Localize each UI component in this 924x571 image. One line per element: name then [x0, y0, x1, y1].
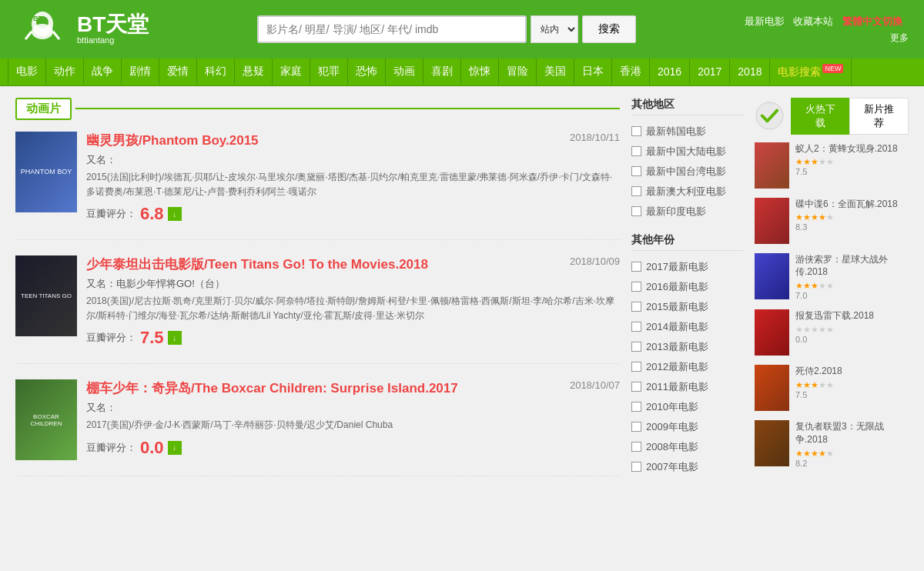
tab-new-recommend[interactable]: 新片推荐 — [849, 98, 909, 135]
sidebar-item-2008[interactable]: 2008年电影 — [631, 437, 743, 457]
sidebar-checkbox[interactable] — [631, 126, 641, 136]
nav-search[interactable]: 电影搜索NEW — [770, 58, 852, 85]
sidebar-checkbox[interactable] — [631, 302, 641, 312]
sidebar-link-2016[interactable]: 2016最新电影 — [646, 280, 708, 294]
download-icon-2[interactable]: ↓ — [168, 331, 182, 345]
tab-hot-download[interactable]: 火热下载 — [791, 98, 850, 135]
latest-movies-link[interactable]: 最新电影 — [745, 15, 785, 27]
sidebar-item-korea[interactable]: 最新韩国电影 — [631, 122, 743, 142]
sidebar-link-2011[interactable]: 2011最新电影 — [646, 380, 708, 394]
sidebar-checkbox[interactable] — [631, 322, 641, 332]
right-panel: 火热下载 新片推荐 蚁人2：黄蜂女现身.2018 ★★★★★ 7.5 碟中谍6：… — [755, 98, 909, 493]
nav-crime[interactable]: 犯罪 — [310, 58, 348, 85]
sidebar-year-section: 其他年份 2017最新电影 2016最新电影 2015最新电影 2014最新电影… — [631, 233, 743, 477]
sidebar-year-title: 其他年份 — [631, 233, 743, 251]
nav-scifi[interactable]: 科幻 — [197, 58, 235, 85]
logo-text-group: BT天堂 bttiantang — [77, 14, 149, 45]
nav-thriller[interactable]: 惊悚 — [461, 58, 499, 85]
sidebar-link-china[interactable]: 最新中国大陆电影 — [646, 145, 726, 159]
sidebar-checkbox[interactable] — [631, 402, 641, 412]
sidebar-checkbox[interactable] — [631, 382, 641, 392]
movie-desc-3: 2017(美国)/乔伊·金/J·K·西蒙斯/马丁·辛/特丽莎·贝特曼/迟少艾/D… — [86, 418, 620, 432]
sidebar-checkbox[interactable] — [631, 362, 641, 372]
card-info-3: 游侠索罗：星球大战外传.2018 ★★★★★ 7.0 — [795, 253, 909, 301]
nav-2018[interactable]: 2018 — [730, 59, 770, 84]
card-info-6: 复仇者联盟3：无限战争.2018 ★★★★★ 8.2 — [795, 420, 909, 468]
nav-action[interactable]: 动作 — [46, 58, 84, 85]
sidebar-item-2014[interactable]: 2014最新电影 — [631, 317, 743, 337]
sidebar-link-taiwan[interactable]: 最新中国台湾电影 — [646, 165, 726, 179]
nav-comedy[interactable]: 喜剧 — [424, 58, 461, 85]
sidebar-checkbox[interactable] — [631, 282, 641, 292]
nav-drama[interactable]: 剧情 — [122, 58, 159, 85]
sidebar-checkbox[interactable] — [631, 146, 641, 156]
search-scope-select[interactable]: 站内 — [531, 15, 578, 43]
sidebar-checkbox[interactable] — [631, 166, 641, 176]
nav-romance[interactable]: 爱情 — [159, 58, 197, 85]
sidebar-item-2010[interactable]: 2010年电影 — [631, 397, 743, 417]
nav-hk[interactable]: 香港 — [612, 58, 650, 85]
sidebar-item-2017[interactable]: 2017最新电影 — [631, 257, 743, 277]
sidebar-item-china[interactable]: 最新中国大陆电影 — [631, 142, 743, 162]
nav-movies[interactable]: 电影 — [8, 58, 46, 85]
sidebar-item-australia[interactable]: 最新澳大利亚电影 — [631, 182, 743, 202]
movie-title-1[interactable]: 幽灵男孩/Phantom Boy.2015 — [86, 132, 259, 149]
nav-2017[interactable]: 2017 — [690, 59, 730, 84]
section-header: 动画片 — [15, 98, 620, 120]
sidebar-link-2015[interactable]: 2015最新电影 — [646, 300, 708, 314]
movie-rating-1: 豆瓣评分： 6.8 ↓ — [86, 204, 620, 224]
sidebar-link-india[interactable]: 最新印度电影 — [646, 205, 706, 219]
sidebar-link-2014[interactable]: 2014最新电影 — [646, 320, 708, 334]
download-icon-3[interactable]: ↓ — [168, 441, 182, 455]
search-input[interactable] — [257, 15, 527, 43]
card-stars-4: ★★★★★ — [795, 325, 909, 335]
movie-title-2[interactable]: 少年泰坦出击电影版/Teen Titans Go! To the Movies.… — [86, 255, 428, 273]
nav-mystery[interactable]: 悬疑 — [235, 58, 273, 85]
right-panel-card-2: 碟中谍6：全面瓦解.2018 ★★★★★ 8.3 — [755, 198, 909, 244]
nav-horror[interactable]: 恐怖 — [348, 58, 386, 85]
sidebar-item-2012[interactable]: 2012最新电影 — [631, 357, 743, 377]
nav-usa[interactable]: 美国 — [537, 58, 574, 85]
sidebar-link-2008[interactable]: 2008年电影 — [646, 440, 698, 454]
nav-family[interactable]: 家庭 — [273, 58, 310, 85]
sidebar-item-2016[interactable]: 2016最新电影 — [631, 277, 743, 297]
sidebar-link-2007[interactable]: 2007年电影 — [646, 460, 698, 474]
sidebar-item-2015[interactable]: 2015最新电影 — [631, 297, 743, 317]
sidebar-checkbox[interactable] — [631, 262, 641, 272]
search-button[interactable]: 搜索 — [582, 15, 636, 43]
sidebar-link-2009[interactable]: 2009年电影 — [646, 420, 698, 434]
sidebar-item-2009[interactable]: 2009年电影 — [631, 417, 743, 437]
sidebar-item-india[interactable]: 最新印度电影 — [631, 202, 743, 222]
sidebar-item-taiwan[interactable]: 最新中国台湾电影 — [631, 162, 743, 182]
movie-item: PHANTOM BOY 幽灵男孩/Phantom Boy.2015 2018/1… — [15, 132, 620, 240]
sidebar-checkbox[interactable] — [631, 462, 641, 472]
sidebar-link-2010[interactable]: 2010年电影 — [646, 400, 698, 414]
nav-war[interactable]: 战争 — [84, 58, 122, 85]
sidebar-checkbox[interactable] — [631, 342, 641, 352]
sidebar-item-2011[interactable]: 2011最新电影 — [631, 377, 743, 397]
sidebar-link-2013[interactable]: 2013最新电影 — [646, 340, 708, 354]
bookmark-link[interactable]: 收藏本站 — [793, 15, 833, 27]
sidebar-item-2013[interactable]: 2013最新电影 — [631, 337, 743, 357]
sidebar-checkbox[interactable] — [631, 422, 641, 432]
sidebar-item-2007[interactable]: 2007年电影 — [631, 457, 743, 477]
nav-2016[interactable]: 2016 — [650, 59, 690, 84]
lang-switch-link[interactable]: 繁體中文切換 — [842, 15, 902, 27]
nav-animation[interactable]: 动画 — [386, 58, 424, 85]
sidebar-checkbox[interactable] — [631, 206, 641, 216]
sidebar-link-australia[interactable]: 最新澳大利亚电影 — [646, 185, 726, 199]
movie-title-3[interactable]: 棚车少年：奇异岛/The Boxcar Children: Surprise I… — [86, 379, 458, 397]
nav-adventure[interactable]: 冒险 — [499, 58, 537, 85]
sidebar-link-2017[interactable]: 2017最新电影 — [646, 260, 708, 274]
card-score-4: 0.0 — [795, 335, 909, 344]
sidebar-link-2012[interactable]: 2012最新电影 — [646, 360, 708, 374]
sidebar-link-korea[interactable]: 最新韩国电影 — [646, 125, 706, 139]
movie-rating-3: 豆瓣评分： 0.0 ↓ — [86, 438, 620, 458]
nav-japan[interactable]: 日本 — [574, 58, 612, 85]
sidebar-checkbox[interactable] — [631, 442, 641, 452]
download-icon-1[interactable]: ↓ — [168, 207, 182, 221]
sidebar-checkbox[interactable] — [631, 186, 641, 196]
card-stars-6: ★★★★★ — [795, 449, 909, 459]
movie-info-1: 幽灵男孩/Phantom Boy.2015 2018/10/11 又名： 201… — [86, 132, 620, 224]
movie-desc-2: 2018(美国)/尼古拉斯·凯奇/克里斯汀·贝尔/威尔·阿奈特/塔拉·斯特朗/詹… — [86, 294, 620, 323]
